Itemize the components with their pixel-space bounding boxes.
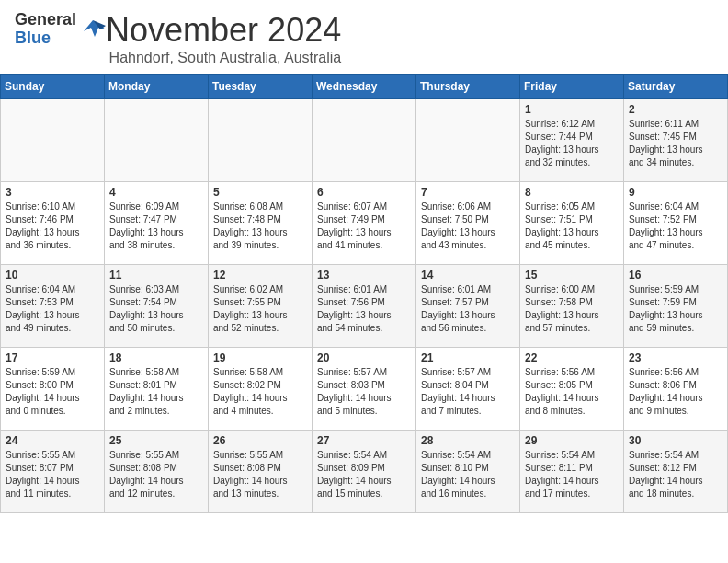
calendar-cell: 12Sunrise: 6:02 AM Sunset: 7:55 PM Dayli… xyxy=(209,265,313,348)
calendar-cell: 14Sunrise: 6:01 AM Sunset: 7:57 PM Dayli… xyxy=(416,265,520,348)
day-number: 6 xyxy=(317,186,411,199)
day-info: Sunrise: 6:08 AM Sunset: 7:48 PM Dayligh… xyxy=(213,201,307,252)
calendar-cell: 8Sunrise: 6:05 AM Sunset: 7:51 PM Daylig… xyxy=(520,182,624,265)
column-header-wednesday: Wednesday xyxy=(313,75,416,99)
calendar-cell: 21Sunrise: 5:57 AM Sunset: 8:04 PM Dayli… xyxy=(416,348,520,431)
day-number: 17 xyxy=(6,351,99,364)
calendar-cell: 28Sunrise: 5:54 AM Sunset: 8:10 PM Dayli… xyxy=(416,431,520,513)
calendar-table: SundayMondayTuesdayWednesdayThursdayFrid… xyxy=(0,74,728,513)
logo-general: General xyxy=(15,11,76,29)
day-info: Sunrise: 6:04 AM Sunset: 7:52 PM Dayligh… xyxy=(629,201,722,252)
day-info: Sunrise: 5:54 AM Sunset: 8:09 PM Dayligh… xyxy=(317,449,411,500)
calendar-cell xyxy=(209,99,313,182)
month-title: November 2024 xyxy=(106,11,341,50)
day-number: 25 xyxy=(109,434,203,447)
calendar-cell: 19Sunrise: 5:58 AM Sunset: 8:02 PM Dayli… xyxy=(209,348,313,431)
title-block: November 2024 Hahndorf, South Australia,… xyxy=(106,11,341,66)
day-number: 30 xyxy=(629,434,722,447)
calendar-cell: 1Sunrise: 6:12 AM Sunset: 7:44 PM Daylig… xyxy=(520,99,624,182)
calendar-cell: 15Sunrise: 6:00 AM Sunset: 7:58 PM Dayli… xyxy=(520,265,624,348)
day-number: 19 xyxy=(213,351,307,364)
calendar-cell xyxy=(1,99,105,182)
calendar-cell: 4Sunrise: 6:09 AM Sunset: 7:47 PM Daylig… xyxy=(105,182,209,265)
day-info: Sunrise: 6:12 AM Sunset: 7:44 PM Dayligh… xyxy=(525,118,619,169)
day-number: 23 xyxy=(629,351,722,364)
calendar-cell: 27Sunrise: 5:54 AM Sunset: 8:09 PM Dayli… xyxy=(313,431,416,513)
calendar-cell: 30Sunrise: 5:54 AM Sunset: 8:12 PM Dayli… xyxy=(624,431,728,513)
day-info: Sunrise: 5:58 AM Sunset: 8:02 PM Dayligh… xyxy=(213,366,307,418)
calendar-cell: 20Sunrise: 5:57 AM Sunset: 8:03 PM Dayli… xyxy=(313,348,416,431)
day-number: 28 xyxy=(421,434,515,447)
day-number: 24 xyxy=(6,434,99,447)
calendar-cell: 13Sunrise: 6:01 AM Sunset: 7:56 PM Dayli… xyxy=(313,265,416,348)
calendar-header: SundayMondayTuesdayWednesdayThursdayFrid… xyxy=(1,75,728,99)
day-number: 22 xyxy=(525,351,619,364)
day-info: Sunrise: 6:04 AM Sunset: 7:53 PM Dayligh… xyxy=(6,283,99,335)
column-header-thursday: Thursday xyxy=(416,75,520,99)
day-number: 5 xyxy=(213,186,307,199)
calendar-cell: 18Sunrise: 5:58 AM Sunset: 8:01 PM Dayli… xyxy=(105,348,209,431)
calendar-week-3: 10Sunrise: 6:04 AM Sunset: 7:53 PM Dayli… xyxy=(1,265,728,348)
day-number: 16 xyxy=(629,269,722,282)
calendar-cell: 22Sunrise: 5:56 AM Sunset: 8:05 PM Dayli… xyxy=(520,348,624,431)
day-number: 14 xyxy=(421,269,515,282)
day-info: Sunrise: 5:59 AM Sunset: 7:59 PM Dayligh… xyxy=(629,283,722,335)
logo-name: General Blue xyxy=(15,11,76,48)
day-info: Sunrise: 5:56 AM Sunset: 8:05 PM Dayligh… xyxy=(525,366,619,418)
day-info: Sunrise: 6:11 AM Sunset: 7:45 PM Dayligh… xyxy=(629,118,722,169)
day-number: 26 xyxy=(213,434,307,447)
calendar-cell: 26Sunrise: 5:55 AM Sunset: 8:08 PM Dayli… xyxy=(209,431,313,513)
day-info: Sunrise: 6:00 AM Sunset: 7:58 PM Dayligh… xyxy=(525,283,619,335)
day-info: Sunrise: 5:55 AM Sunset: 8:08 PM Dayligh… xyxy=(109,449,203,500)
column-header-saturday: Saturday xyxy=(624,75,728,99)
day-number: 8 xyxy=(525,186,619,199)
day-info: Sunrise: 6:09 AM Sunset: 7:47 PM Dayligh… xyxy=(109,201,203,252)
calendar-cell: 17Sunrise: 5:59 AM Sunset: 8:00 PM Dayli… xyxy=(1,348,105,431)
calendar-cell: 3Sunrise: 6:10 AM Sunset: 7:46 PM Daylig… xyxy=(1,182,105,265)
calendar-cell: 16Sunrise: 5:59 AM Sunset: 7:59 PM Dayli… xyxy=(624,265,728,348)
day-info: Sunrise: 5:57 AM Sunset: 8:04 PM Dayligh… xyxy=(421,366,515,418)
day-info: Sunrise: 5:54 AM Sunset: 8:10 PM Dayligh… xyxy=(421,449,515,500)
calendar-cell: 23Sunrise: 5:56 AM Sunset: 8:06 PM Dayli… xyxy=(624,348,728,431)
day-info: Sunrise: 5:54 AM Sunset: 8:12 PM Dayligh… xyxy=(629,449,722,500)
day-info: Sunrise: 5:55 AM Sunset: 8:08 PM Dayligh… xyxy=(213,449,307,500)
day-number: 20 xyxy=(317,351,411,364)
day-number: 12 xyxy=(213,269,307,282)
calendar-week-5: 24Sunrise: 5:55 AM Sunset: 8:07 PM Dayli… xyxy=(1,431,728,513)
column-header-sunday: Sunday xyxy=(1,75,105,99)
day-number: 2 xyxy=(629,103,722,116)
column-header-monday: Monday xyxy=(105,75,209,99)
logo-bird-icon xyxy=(80,17,106,42)
day-info: Sunrise: 6:05 AM Sunset: 7:51 PM Dayligh… xyxy=(525,201,619,252)
header: General Blue November 2024 Hahndorf, Sou… xyxy=(0,0,728,74)
logo-blue: Blue xyxy=(15,29,76,48)
calendar-week-2: 3Sunrise: 6:10 AM Sunset: 7:46 PM Daylig… xyxy=(1,182,728,265)
day-number: 9 xyxy=(629,186,722,199)
day-number: 15 xyxy=(525,269,619,282)
calendar-cell: 25Sunrise: 5:55 AM Sunset: 8:08 PM Dayli… xyxy=(105,431,209,513)
day-info: Sunrise: 6:03 AM Sunset: 7:54 PM Dayligh… xyxy=(109,283,203,335)
calendar-cell: 2Sunrise: 6:11 AM Sunset: 7:45 PM Daylig… xyxy=(624,99,728,182)
day-number: 21 xyxy=(421,351,515,364)
day-info: Sunrise: 6:06 AM Sunset: 7:50 PM Dayligh… xyxy=(421,201,515,252)
calendar-cell: 6Sunrise: 6:07 AM Sunset: 7:49 PM Daylig… xyxy=(313,182,416,265)
day-info: Sunrise: 5:57 AM Sunset: 8:03 PM Dayligh… xyxy=(317,366,411,418)
calendar-cell xyxy=(313,99,416,182)
calendar-cell: 11Sunrise: 6:03 AM Sunset: 7:54 PM Dayli… xyxy=(105,265,209,348)
day-info: Sunrise: 5:59 AM Sunset: 8:00 PM Dayligh… xyxy=(6,366,99,418)
day-number: 27 xyxy=(317,434,411,447)
header-row: SundayMondayTuesdayWednesdayThursdayFrid… xyxy=(1,75,728,99)
day-info: Sunrise: 5:56 AM Sunset: 8:06 PM Dayligh… xyxy=(629,366,722,418)
calendar-cell: 24Sunrise: 5:55 AM Sunset: 8:07 PM Dayli… xyxy=(1,431,105,513)
logo: General Blue xyxy=(15,11,106,48)
calendar-week-4: 17Sunrise: 5:59 AM Sunset: 8:00 PM Dayli… xyxy=(1,348,728,431)
calendar-cell: 5Sunrise: 6:08 AM Sunset: 7:48 PM Daylig… xyxy=(209,182,313,265)
day-number: 1 xyxy=(525,103,619,116)
calendar-cell: 10Sunrise: 6:04 AM Sunset: 7:53 PM Dayli… xyxy=(1,265,105,348)
day-info: Sunrise: 5:58 AM Sunset: 8:01 PM Dayligh… xyxy=(109,366,203,418)
column-header-friday: Friday xyxy=(520,75,624,99)
day-info: Sunrise: 6:02 AM Sunset: 7:55 PM Dayligh… xyxy=(213,283,307,335)
day-number: 18 xyxy=(109,351,203,364)
day-number: 29 xyxy=(525,434,619,447)
calendar-cell: 7Sunrise: 6:06 AM Sunset: 7:50 PM Daylig… xyxy=(416,182,520,265)
